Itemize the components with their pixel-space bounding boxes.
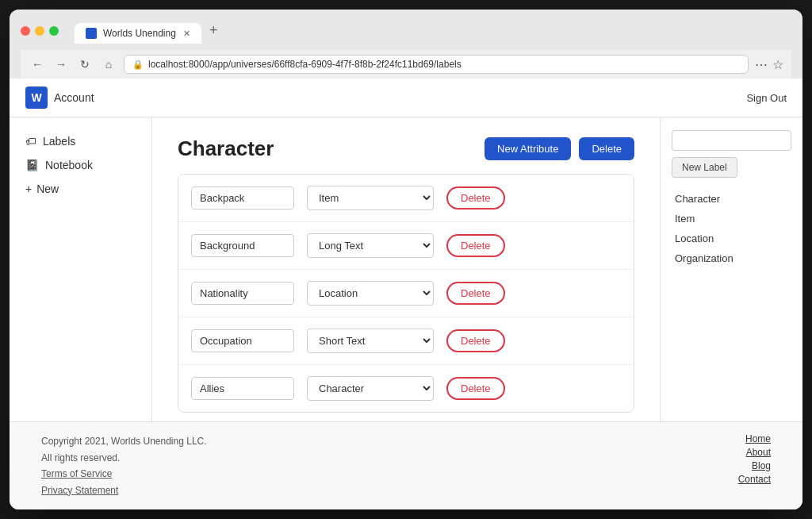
maximize-traffic-light[interactable] xyxy=(49,26,59,36)
sign-out-button[interactable]: Sign Out xyxy=(746,92,787,104)
home-button[interactable]: ⌂ xyxy=(100,56,117,73)
attribute-type-select[interactable]: Short TextLong TextItemLocationCharacter… xyxy=(307,329,434,353)
delete-attribute-button[interactable]: Delete xyxy=(446,282,505,305)
browser-chrome: Worlds Unending ✕ + ← → ↻ ⌂ 🔒 localhost:… xyxy=(10,10,802,79)
browser-titlebar: Worlds Unending ✕ + xyxy=(21,17,791,44)
right-panel: New Label CharacterItemLocationOrganizat… xyxy=(660,117,802,421)
minimize-traffic-light[interactable] xyxy=(35,26,44,36)
url-text: localhost:8000/app/universes/66ff8cfa-69… xyxy=(148,59,462,70)
sidebar-labels-text: Labels xyxy=(43,135,75,148)
attributes-container: Short TextLong TextItemLocationCharacter… xyxy=(178,174,634,413)
browser-window: Worlds Unending ✕ + ← → ↻ ⌂ 🔒 localhost:… xyxy=(10,10,802,509)
attribute-name-input[interactable] xyxy=(191,329,294,352)
extensions-icon[interactable]: ⋯ xyxy=(755,57,768,72)
attribute-name-input[interactable] xyxy=(191,282,294,305)
attribute-row: Short TextLong TextItemLocationCharacter… xyxy=(178,175,634,222)
new-label-button[interactable]: New Label xyxy=(672,157,737,178)
app-footer: Copyright 2021, Worlds Unending LLC. All… xyxy=(10,421,802,509)
label-list-item[interactable]: Character xyxy=(672,189,791,209)
footer-blog-link[interactable]: Blog xyxy=(738,460,771,471)
main-content: Character New Attribute Delete Short Tex… xyxy=(152,117,660,421)
address-bar[interactable]: 🔒 localhost:8000/app/universes/66ff8cfa-… xyxy=(124,55,749,74)
tab-favicon xyxy=(86,28,97,39)
notebook-icon: 📓 xyxy=(25,159,39,171)
footer-left: Copyright 2021, Worlds Unending LLC. All… xyxy=(41,433,207,498)
active-tab[interactable]: Worlds Unending ✕ xyxy=(75,23,201,44)
tab-close-icon[interactable]: ✕ xyxy=(183,29,190,39)
footer-contact-link[interactable]: Contact xyxy=(738,474,771,485)
app-header: W Account Sign Out xyxy=(10,79,802,117)
sidebar: 🏷 Labels 📓 Notebook + New xyxy=(10,117,152,421)
header-actions: New Attribute Delete xyxy=(485,137,634,160)
attribute-name-input[interactable] xyxy=(191,377,294,400)
traffic-lights xyxy=(21,26,59,36)
new-attribute-button[interactable]: New Attribute xyxy=(485,137,571,160)
attribute-row: Short TextLong TextItemLocationCharacter… xyxy=(178,270,634,317)
label-icon: 🏷 xyxy=(25,135,36,148)
delete-attribute-button[interactable]: Delete xyxy=(446,377,505,400)
delete-attribute-button[interactable]: Delete xyxy=(446,329,505,352)
bookmark-icon[interactable]: ☆ xyxy=(772,57,783,72)
tab-title: Worlds Unending xyxy=(103,28,176,39)
attribute-type-select[interactable]: Short TextLong TextItemLocationCharacter… xyxy=(307,186,434,210)
footer-terms-link[interactable]: Terms of Service xyxy=(41,468,112,479)
sidebar-item-labels[interactable]: 🏷 Labels xyxy=(19,130,142,152)
footer-right: Home About Blog Contact xyxy=(738,433,771,485)
page-header: Character New Attribute Delete xyxy=(178,136,634,161)
refresh-button[interactable]: ↻ xyxy=(76,56,94,73)
logo-icon: W xyxy=(25,86,48,109)
app-body: 🏷 Labels 📓 Notebook + New Character New xyxy=(10,117,802,421)
page-title: Character xyxy=(178,136,274,161)
delete-attribute-button[interactable]: Delete xyxy=(446,186,505,210)
delete-page-button[interactable]: Delete xyxy=(579,137,634,160)
browser-toolbar: ← → ↻ ⌂ 🔒 localhost:8000/app/universes/6… xyxy=(21,50,791,79)
close-traffic-light[interactable] xyxy=(21,26,30,36)
label-list-item[interactable]: Organization xyxy=(672,248,791,268)
footer-privacy-link[interactable]: Privacy Statement xyxy=(41,485,118,496)
back-button[interactable]: ← xyxy=(29,56,46,73)
label-search-input[interactable] xyxy=(672,130,791,151)
toolbar-actions: ⋯ ☆ xyxy=(755,57,783,72)
app-logo: W Account xyxy=(25,86,94,109)
sidebar-notebook-text: Notebook xyxy=(45,159,93,171)
label-list: CharacterItemLocationOrganization xyxy=(672,189,791,268)
delete-attribute-button[interactable]: Delete xyxy=(446,234,505,257)
new-tab-button[interactable]: + xyxy=(201,17,226,44)
tabs-bar: Worlds Unending ✕ + xyxy=(75,17,791,44)
footer-rights: All rights reserved. xyxy=(41,450,207,466)
sidebar-new-button[interactable]: + New xyxy=(19,178,142,200)
attribute-type-select[interactable]: Short TextLong TextItemLocationCharacter… xyxy=(307,376,434,401)
lock-icon: 🔒 xyxy=(132,60,144,70)
attribute-name-input[interactable] xyxy=(191,234,294,257)
footer-copyright: Copyright 2021, Worlds Unending LLC. xyxy=(41,433,207,449)
sidebar-new-text: New xyxy=(36,183,59,195)
attribute-row: Short TextLong TextItemLocationCharacter… xyxy=(178,365,634,412)
attribute-row: Short TextLong TextItemLocationCharacter… xyxy=(178,317,634,365)
label-list-item[interactable]: Item xyxy=(672,209,791,229)
app-content: W Account Sign Out 🏷 Labels 📓 Notebook +… xyxy=(10,79,802,509)
attribute-type-select[interactable]: Short TextLong TextItemLocationCharacter… xyxy=(307,233,434,258)
footer-home-link[interactable]: Home xyxy=(738,433,771,444)
footer-about-link[interactable]: About xyxy=(738,447,771,458)
attribute-row: Short TextLong TextItemLocationCharacter… xyxy=(178,222,634,270)
label-list-item[interactable]: Location xyxy=(672,229,791,248)
account-label: Account xyxy=(54,91,94,104)
forward-button[interactable]: → xyxy=(52,56,70,73)
sidebar-item-notebook[interactable]: 📓 Notebook xyxy=(19,154,142,176)
attribute-name-input[interactable] xyxy=(191,186,294,210)
plus-icon: + xyxy=(25,183,32,195)
attribute-type-select[interactable]: Short TextLong TextItemLocationCharacter… xyxy=(307,281,434,306)
